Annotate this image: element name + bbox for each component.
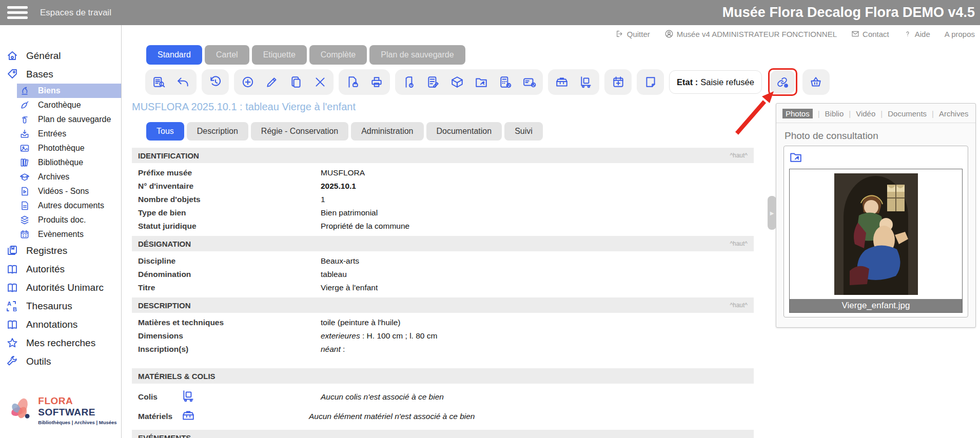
record-tab-description[interactable]: Description (187, 122, 248, 141)
sidebar-item-archives[interactable]: Archives (17, 170, 121, 184)
print-button[interactable] (364, 71, 388, 93)
section-header-identification: IDENTIFICATION ^haut^ (132, 148, 754, 163)
media-tab-documents[interactable]: Documents (888, 109, 927, 118)
record-tab-regie-conservation[interactable]: Régie - Conservation (251, 122, 348, 141)
media-tab-biblio[interactable]: Biblio (825, 109, 844, 118)
toolbox-icon (555, 75, 569, 89)
trolley-icon[interactable] (182, 389, 195, 405)
sidebar-item-carotheque[interactable]: Carothèque (17, 98, 121, 112)
record-tab-tous[interactable]: Tous (146, 122, 184, 141)
note-button[interactable] (638, 71, 662, 93)
basket-button[interactable] (804, 71, 828, 93)
link-icon (776, 75, 789, 89)
sidebar-item-bases[interactable]: Bases (0, 65, 121, 84)
consultation-photo[interactable] (790, 169, 962, 299)
user-menu[interactable]: Musée v4 ADMINISTRATEUR FONCTIONNEL (664, 29, 837, 38)
record-tab-documentation[interactable]: Documentation (426, 122, 502, 141)
sidebar-item-evenements[interactable]: Evènements (17, 227, 121, 242)
history-button[interactable] (203, 71, 227, 93)
workspace-label[interactable]: Espaces de travail (40, 8, 111, 18)
sidebar-item-produits-doc[interactable]: Produits doc. (17, 213, 121, 227)
link-button[interactable] (771, 71, 795, 93)
list-search-button[interactable] (147, 71, 171, 93)
sidebar-item-autres-documents[interactable]: Autres documents (17, 198, 121, 213)
media-tab-photos[interactable]: Photos (782, 109, 813, 118)
folder-image-button[interactable] (789, 150, 802, 164)
calculator-clock-button[interactable] (493, 71, 517, 93)
edit-pencil-icon (265, 75, 279, 89)
media-tab-video[interactable]: Vidéo (856, 109, 875, 118)
open-book-icon (6, 282, 18, 294)
add-circle-icon (241, 75, 254, 89)
back-to-top-link[interactable]: ^haut^ (730, 302, 748, 309)
back-to-top-link[interactable]: ^haut^ (730, 152, 748, 159)
help-button[interactable]: Aide (904, 30, 930, 38)
printer-icon (370, 75, 383, 89)
package-button[interactable] (445, 71, 469, 93)
add-button[interactable] (236, 71, 260, 93)
view-tab-cartel[interactable]: Cartel (205, 45, 249, 65)
tag-icon (6, 68, 18, 81)
sidebar-item-thesaurus[interactable]: AB Thesaurus (0, 297, 121, 315)
page-print-button[interactable] (340, 71, 364, 93)
folder-image-button[interactable] (469, 71, 493, 93)
edit-button[interactable] (260, 71, 284, 93)
section-header-designation: DÉSIGNATION ^haut^ (132, 236, 754, 251)
brand-tagline: Bibliothèques | Archives | Musées (38, 420, 121, 425)
sidebar-item-phototheque[interactable]: Photothèque (17, 141, 121, 155)
toolbox-button[interactable] (550, 71, 574, 93)
view-tab-standard[interactable]: Standard (146, 45, 202, 65)
sidebar-item-plan-sauvegarde[interactable]: Plan de sauvegarde (17, 112, 121, 127)
view-tab-etiquette[interactable]: Etiquette (252, 45, 307, 65)
back-to-top-link[interactable]: ^haut^ (730, 240, 748, 247)
record-sections: IDENTIFICATION ^haut^ Préfixe muséeMUSFL… (132, 148, 754, 438)
sidebar-item-outils[interactable]: Outils (0, 352, 121, 371)
folder-image-icon (789, 150, 802, 164)
sidebar-item-mes-recherches[interactable]: Mes recherches (0, 334, 121, 352)
view-tab-complete[interactable]: Complète (309, 45, 367, 65)
quit-button[interactable]: Quitter (616, 30, 650, 38)
view-tabs: Standard Cartel Etiquette Complète Plan … (146, 45, 465, 65)
toolbar-group-calendar (604, 69, 632, 95)
question-icon (904, 30, 912, 38)
record-tab-suivi[interactable]: Suivi (504, 122, 543, 141)
delete-button[interactable] (308, 71, 332, 93)
panel-collapse-handle[interactable]: ▶ (768, 196, 776, 230)
contact-button[interactable]: Contact (851, 30, 889, 38)
undo-button[interactable] (171, 71, 195, 93)
trolley-button[interactable] (574, 71, 598, 93)
sidebar-item-biens[interactable]: Biens (17, 84, 121, 98)
history-icon (209, 75, 222, 89)
package-icon (450, 75, 464, 89)
etat-status: Etat : Saisie refusée (669, 70, 762, 94)
media-panel-tabs: Photos | Biblio | Vidéo | Documents | Ar… (776, 104, 975, 123)
sidebar-item-registres[interactable]: Registres (0, 242, 121, 260)
sidebar-item-autorites-unimarc[interactable]: Autorités Unimarc (0, 278, 121, 297)
photo-icon (19, 143, 30, 153)
about-button[interactable]: A propos (945, 30, 975, 38)
attach-document-button[interactable] (397, 71, 421, 93)
utility-bar: Quitter Musée v4 ADMINISTRATEUR FONCTION… (616, 29, 975, 38)
menu-icon[interactable] (7, 4, 28, 22)
sidebar-item-entrees[interactable]: Entrées (17, 127, 121, 141)
open-book-icon (6, 263, 18, 275)
exit-icon (616, 30, 624, 38)
toolbox-icon[interactable] (182, 409, 195, 424)
edit-form-button[interactable] (421, 71, 445, 93)
view-tab-plan-sauvegarde[interactable]: Plan de sauvegarde (369, 45, 465, 65)
sidebar-item-bibliotheque[interactable]: Bibliothèque (17, 155, 121, 170)
sidebar-item-videos-sons[interactable]: Vidéos - Sons (17, 184, 121, 198)
media-tab-archives[interactable]: Archives (939, 109, 969, 118)
note-icon (644, 75, 657, 89)
materiels-rows: Colis Aucun colis n'est associé à ce bie… (132, 384, 754, 430)
duplicate-button[interactable] (284, 71, 308, 93)
field-row: Nombre d'objets1 (132, 193, 754, 206)
calendar-plus-icon (612, 75, 625, 89)
sidebar-item-autorites[interactable]: Autorités (0, 260, 121, 278)
sidebar-item-general[interactable]: Général (0, 47, 121, 65)
sidebar-item-annotations[interactable]: Annotations (0, 315, 121, 334)
record-tab-administration[interactable]: Administration (351, 122, 423, 141)
trolley-icon (579, 75, 593, 89)
card-clock-button[interactable] (517, 71, 541, 93)
calendar-add-button[interactable] (606, 71, 630, 93)
